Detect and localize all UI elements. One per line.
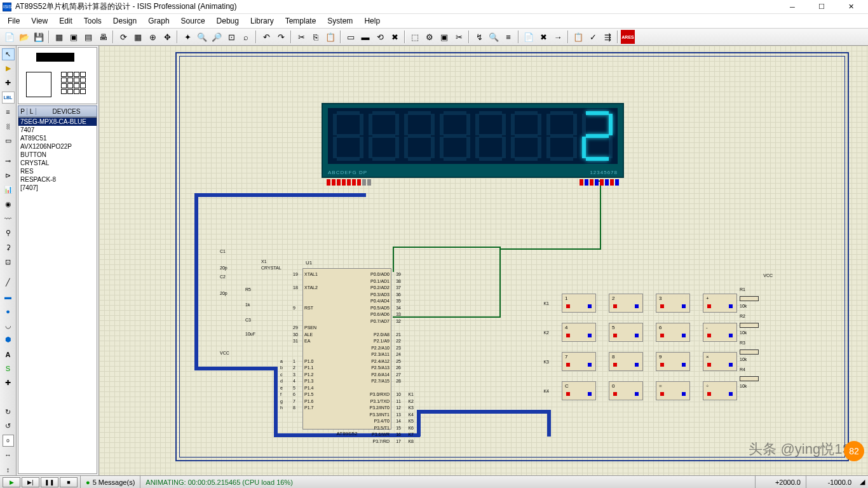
- keypad-button[interactable]: 6: [656, 323, 690, 342]
- mirror-v-button[interactable]: ↕: [2, 463, 15, 475]
- device-item[interactable]: AT89C51: [18, 134, 97, 142]
- symbol-button[interactable]: S: [2, 363, 15, 375]
- device-item[interactable]: RES: [18, 167, 97, 175]
- keypad-button[interactable]: 3: [656, 294, 690, 313]
- block-copy-button[interactable]: ▭: [344, 30, 358, 44]
- decompose-button[interactable]: ✂: [452, 30, 466, 44]
- seven-segment-display[interactable]: ABCDEFG DP 12345678: [322, 103, 624, 178]
- pause-button[interactable]: ❚❚: [41, 477, 58, 487]
- marker-button[interactable]: ✚: [2, 377, 15, 390]
- menu-library[interactable]: Library: [245, 15, 279, 27]
- menu-system[interactable]: System: [322, 15, 358, 27]
- export-button[interactable]: ▤: [81, 30, 95, 44]
- zoom-out-button[interactable]: 🔎: [210, 30, 224, 44]
- pick-button[interactable]: ⬚: [408, 30, 422, 44]
- keypad-button[interactable]: ÷: [703, 381, 737, 400]
- device-item[interactable]: 7407: [18, 126, 97, 134]
- menu-help[interactable]: Help: [359, 15, 385, 27]
- keypad-button[interactable]: -: [703, 323, 737, 342]
- print-button[interactable]: 🖶: [96, 30, 110, 44]
- graph-button[interactable]: 📊: [2, 184, 15, 196]
- keypad-button[interactable]: 4: [562, 323, 596, 342]
- close-button[interactable]: ✕: [836, 0, 865, 14]
- property-button[interactable]: ≡: [501, 30, 515, 44]
- mcu-chip[interactable]: U1 AT89S52 19XTAL118XTAL29RST29PSEN30ALE…: [302, 268, 391, 430]
- device-item[interactable]: CRYSTAL: [18, 159, 97, 167]
- text-button[interactable]: A: [2, 348, 15, 360]
- wire-label-button[interactable]: LBL: [2, 92, 15, 104]
- resistor[interactable]: R310k: [735, 341, 773, 367]
- stop-button[interactable]: ■: [60, 477, 78, 487]
- menu-file[interactable]: File: [3, 15, 25, 27]
- angle-input[interactable]: 0: [3, 435, 14, 447]
- mirror-h-button[interactable]: ↔: [2, 449, 15, 461]
- import-button[interactable]: ▣: [67, 30, 81, 44]
- keypad-button[interactable]: 0: [609, 381, 643, 400]
- zoom-in-button[interactable]: 🔍: [195, 30, 209, 44]
- step-button[interactable]: ▶|: [22, 477, 39, 487]
- keypad-button[interactable]: 1: [562, 294, 596, 313]
- keypad-button[interactable]: 8: [609, 352, 643, 371]
- keypad-button[interactable]: 5: [609, 323, 643, 342]
- keypad-button[interactable]: 9: [656, 352, 690, 371]
- goto-sheet-button[interactable]: →: [551, 30, 565, 44]
- resistor[interactable]: R210k: [735, 314, 773, 341]
- packaging-button[interactable]: ▣: [437, 30, 451, 44]
- keypad-button[interactable]: =: [656, 381, 690, 400]
- maximize-button[interactable]: ☐: [807, 0, 836, 14]
- c3-ref[interactable]: C3: [245, 318, 251, 322]
- erc-button[interactable]: ✓: [586, 30, 600, 44]
- make-device-button[interactable]: ⚙: [423, 30, 437, 44]
- subcircuit-button[interactable]: ▭: [2, 135, 15, 147]
- device-item[interactable]: RESPACK-8: [18, 175, 97, 184]
- origin-button[interactable]: ⊕: [146, 30, 159, 44]
- device-item[interactable]: 7SEG-MPX8-CA-BLUE: [18, 118, 97, 126]
- refresh-button[interactable]: ⟳: [116, 30, 130, 44]
- wire-autoroute-button[interactable]: ↯: [472, 30, 486, 44]
- keypad-button[interactable]: ×: [703, 352, 737, 371]
- menu-source[interactable]: Source: [176, 15, 210, 27]
- resistor[interactable]: R410k: [735, 367, 773, 394]
- menu-graph[interactable]: Graph: [143, 15, 174, 27]
- center-button[interactable]: ✦: [180, 30, 194, 44]
- paste-button[interactable]: 📋: [323, 30, 337, 44]
- overview-window[interactable]: [18, 47, 97, 104]
- cut-button[interactable]: ✂: [294, 30, 308, 44]
- line-button[interactable]: ╱: [2, 276, 15, 288]
- c1-ref[interactable]: C1: [220, 249, 226, 254]
- keypad-button[interactable]: C: [562, 381, 596, 400]
- rotate-ccw-button[interactable]: ↺: [2, 420, 15, 432]
- search-button[interactable]: 🔍: [487, 30, 501, 44]
- current-probe-button[interactable]: ⚳: [2, 241, 15, 254]
- device-item[interactable]: AVX1206NPO22P: [18, 142, 97, 151]
- device-item[interactable]: [7407]: [18, 184, 97, 192]
- box-button[interactable]: ▬: [2, 291, 15, 303]
- play-button[interactable]: ▶: [3, 477, 20, 487]
- device-list[interactable]: 7SEG-MPX8-CA-BLUE7407AT89C51AVX1206NPO22…: [18, 117, 97, 474]
- x1-ref[interactable]: X1: [261, 259, 267, 264]
- new-button[interactable]: 📄: [3, 30, 17, 44]
- open-button[interactable]: 📂: [17, 30, 31, 44]
- menu-template[interactable]: Template: [280, 15, 322, 27]
- keypad-button[interactable]: 2: [609, 294, 643, 313]
- zoom-all-button[interactable]: ⊡: [224, 30, 238, 44]
- undo-button[interactable]: ↶: [259, 30, 273, 44]
- save-button[interactable]: 💾: [32, 30, 46, 44]
- bus-mode-button[interactable]: ⧛: [2, 120, 15, 132]
- print-area-button[interactable]: ▦: [52, 30, 66, 44]
- path-button[interactable]: ⬢: [2, 334, 15, 346]
- schematic-canvas[interactable]: ABCDEFG DP 12345678 U1 AT89S52 19XTAL118…: [99, 46, 868, 475]
- menu-debug[interactable]: Debug: [212, 15, 244, 27]
- tape-button[interactable]: ◉: [2, 198, 15, 210]
- menu-view[interactable]: View: [26, 15, 53, 27]
- block-rotate-button[interactable]: ⟲: [373, 30, 387, 44]
- menu-design[interactable]: Design: [108, 15, 142, 27]
- circle-button[interactable]: ●: [2, 305, 15, 317]
- selection-mode-button[interactable]: ↖: [2, 48, 15, 60]
- r5-ref[interactable]: R5: [245, 287, 251, 292]
- voltage-probe-button[interactable]: ⚲: [2, 227, 15, 239]
- minimize-button[interactable]: ─: [778, 0, 807, 14]
- bom-button[interactable]: 📋: [571, 30, 585, 44]
- block-delete-button[interactable]: ✖: [388, 30, 402, 44]
- new-sheet-button[interactable]: 📄: [522, 30, 536, 44]
